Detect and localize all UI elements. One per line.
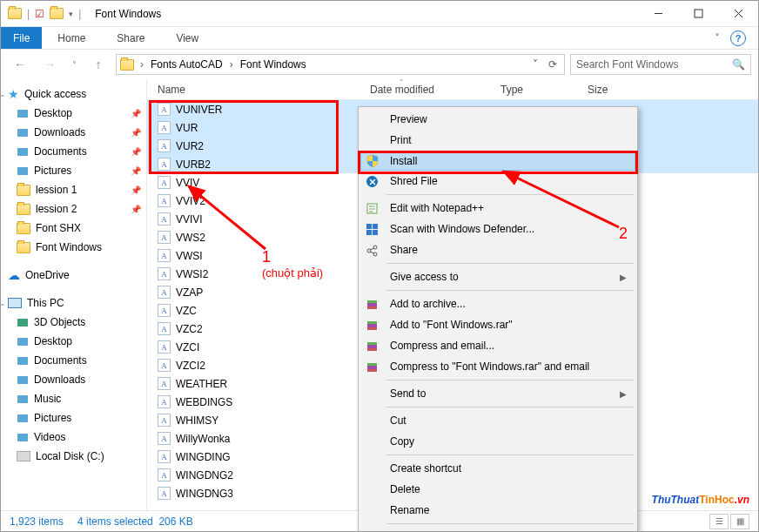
view-tab[interactable]: View: [160, 27, 214, 49]
qat-checkbox-icon[interactable]: ☑: [35, 8, 44, 20]
nav-item-downloads[interactable]: Downloads: [1, 370, 146, 389]
svg-rect-27: [367, 300, 377, 303]
navigation-pane: ⌄ ★ Quick access Desktop📌Downloads📌Docum…: [1, 79, 147, 510]
nav-item-local-disk-c-[interactable]: Local Disk (C:): [1, 447, 146, 466]
ctx-share[interactable]: Share: [360, 239, 635, 260]
ctx-delete[interactable]: Delete: [360, 479, 635, 500]
breadcrumb-2[interactable]: Font Windows: [238, 58, 309, 71]
address-box[interactable]: › Fonts AutoCAD › Font Windows ˅ ⟳: [116, 54, 565, 75]
column-date[interactable]: Date modified: [365, 84, 495, 96]
chevron-right-icon[interactable]: ›: [227, 58, 236, 71]
ctx-add-archive[interactable]: Add to archive...: [360, 293, 635, 314]
breadcrumb-1[interactable]: Fonts AutoCAD: [148, 58, 225, 71]
chevron-down-icon[interactable]: ⌄: [1, 90, 6, 98]
svg-rect-8: [17, 319, 28, 327]
qat-folder-icon[interactable]: [50, 8, 64, 19]
watermark: ThuThuatTinHoc.vn: [652, 484, 749, 508]
svg-rect-13: [17, 414, 28, 422]
ctx-give-access[interactable]: Give access to▶: [360, 266, 635, 287]
nav-item-pictures[interactable]: Pictures📌: [1, 161, 146, 180]
ctx-create-shortcut[interactable]: Create shortcut: [360, 458, 635, 479]
maximize-button[interactable]: [678, 1, 718, 27]
column-name[interactable]: Name: [147, 84, 365, 96]
ctx-rename[interactable]: Rename: [360, 500, 635, 521]
minimize-button[interactable]: [638, 1, 678, 27]
ctx-preview[interactable]: Preview: [360, 109, 635, 130]
svg-rect-30: [367, 321, 377, 324]
notepad-icon: [366, 202, 383, 215]
folder-icon: [17, 204, 30, 215]
onedrive-header[interactable]: ☁ OneDrive: [1, 266, 146, 285]
home-tab[interactable]: Home: [42, 27, 101, 49]
font-file-icon: A: [158, 176, 171, 189]
ctx-add-rar[interactable]: Add to "Font Windows.rar": [360, 314, 635, 335]
font-file-icon: A: [158, 286, 171, 299]
ctx-copy[interactable]: Copy: [360, 431, 635, 452]
recent-dropdown[interactable]: ˅: [67, 53, 81, 76]
ctx-print[interactable]: Print: [360, 130, 635, 151]
file-name: VUNIVER: [176, 104, 222, 116]
ctx-notepad[interactable]: Edit with Notepad++: [360, 198, 635, 219]
font-file-icon: A: [158, 322, 171, 335]
up-button[interactable]: ↑: [86, 53, 111, 76]
ctx-defender[interactable]: Scan with Windows Defender...: [360, 219, 635, 239]
search-input[interactable]: Search Font Windows 🔍: [570, 54, 751, 75]
chevron-right-icon[interactable]: ›: [138, 58, 146, 71]
folder-icon: [17, 223, 30, 234]
history-dropdown-icon[interactable]: ˅: [529, 58, 541, 71]
folder-icon: [17, 335, 29, 347]
svg-rect-19: [366, 230, 372, 235]
shred-icon: [366, 175, 383, 188]
nav-item-videos[interactable]: Videos: [1, 428, 146, 447]
nav-label: Desktop: [34, 107, 72, 119]
column-type[interactable]: Type: [495, 84, 582, 96]
this-pc-header[interactable]: ⌄ This PC: [1, 293, 146, 313]
view-details-button[interactable]: ☰: [709, 514, 729, 529]
nav-item-pictures[interactable]: Pictures: [1, 408, 146, 428]
font-file-icon: A: [158, 249, 171, 262]
ctx-compress-rar-email[interactable]: Compress to "Font Windows.rar" and email: [360, 356, 635, 377]
nav-item-font-shx[interactable]: Font SHX: [1, 219, 146, 238]
folder-icon: [17, 412, 29, 424]
nav-item-documents[interactable]: Documents: [1, 351, 146, 370]
svg-rect-4: [17, 110, 28, 118]
file-name: VZCI: [176, 341, 199, 354]
ctx-install[interactable]: Install: [360, 151, 635, 171]
ctx-send-to[interactable]: Send to▶: [360, 383, 635, 404]
ctx-properties[interactable]: Properties: [360, 527, 635, 532]
folder-icon: [17, 242, 30, 253]
address-bar-row: ← → ˅ ↑ › Fonts AutoCAD › Font Windows ˅…: [1, 50, 758, 79]
close-button[interactable]: [718, 1, 758, 27]
nav-item-font-windows[interactable]: Font Windows: [1, 238, 146, 257]
search-icon[interactable]: 🔍: [732, 58, 745, 71]
nav-item-lession-1[interactable]: lession 1📌: [1, 180, 146, 199]
ctx-cut[interactable]: Cut: [360, 410, 635, 431]
svg-rect-20: [373, 230, 378, 235]
nav-item-desktop[interactable]: Desktop📌: [1, 104, 146, 123]
font-file-icon: A: [158, 194, 171, 207]
back-button[interactable]: ←: [8, 53, 32, 76]
view-thumbnails-button[interactable]: ▦: [730, 514, 749, 529]
column-size[interactable]: Size: [582, 84, 652, 96]
nav-item-desktop[interactable]: Desktop: [1, 332, 146, 351]
nav-item-music[interactable]: Music: [1, 389, 146, 408]
quick-access-header[interactable]: ⌄ ★ Quick access: [1, 84, 146, 104]
file-name: WEBDINGS: [176, 396, 232, 408]
file-name: WINGDNG3: [176, 488, 233, 500]
qat-dropdown-icon[interactable]: ▾: [69, 10, 73, 18]
share-tab[interactable]: Share: [101, 27, 160, 49]
nav-item-downloads[interactable]: Downloads📌: [1, 123, 146, 142]
nav-item-lession-2[interactable]: lession 2📌: [1, 199, 146, 219]
help-icon[interactable]: ?: [730, 30, 746, 46]
refresh-icon[interactable]: ⟳: [543, 58, 562, 71]
nav-label: Documents: [34, 354, 87, 367]
file-tab[interactable]: File: [1, 27, 42, 49]
chevron-down-icon[interactable]: ⌄: [1, 299, 6, 307]
ribbon-expand-icon[interactable]: ˅: [704, 27, 730, 49]
ctx-shred[interactable]: Shred File: [360, 171, 635, 192]
nav-item-documents[interactable]: Documents📌: [1, 142, 146, 161]
nav-item-3d-objects[interactable]: 3D Objects: [1, 313, 146, 332]
forward-button[interactable]: →: [37, 53, 62, 76]
ctx-compress-email[interactable]: Compress and email...: [360, 335, 635, 356]
svg-rect-11: [17, 376, 28, 384]
